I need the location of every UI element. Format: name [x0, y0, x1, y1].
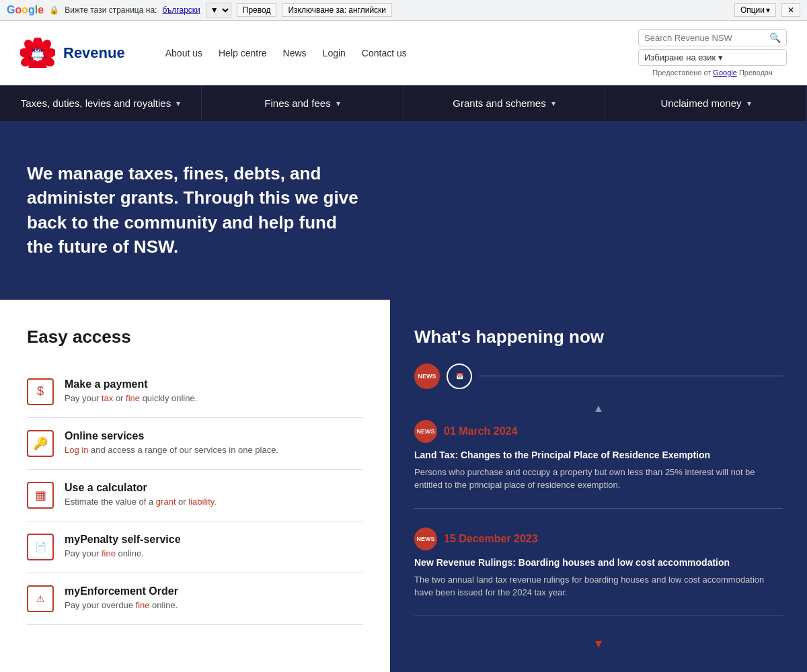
enforcement-desc: Pay your overdue fine online. — [65, 600, 178, 610]
news-date-1: NEWS 01 March 2024 — [414, 420, 783, 443]
hero-text: We manage taxes, fines, debts, and admin… — [27, 161, 363, 259]
search-input[interactable] — [644, 33, 765, 43]
news-tab-news[interactable]: NEWS — [414, 364, 440, 389]
nav-taxes-label: Taxes, duties, levies and royalties — [21, 97, 171, 109]
header-right: 🔍 Избиране на език ▾ Предоставено от Goo… — [638, 29, 787, 77]
news-date-text-1: 01 March 2024 — [444, 425, 517, 437]
access-item-payment[interactable]: $ Make a payment Pay your tax or fine qu… — [27, 366, 363, 418]
calculator-desc: Estimate the value of a grant or liabili… — [65, 497, 217, 507]
nav-unclaimed-label: Unclaimed money — [660, 97, 741, 109]
news-item-2: NEWS 15 December 2023 New Revenue Ruling… — [414, 528, 783, 616]
penalty-text: myPenalty self-service Pay your fine onl… — [65, 534, 181, 558]
svg-text:NSW: NSW — [32, 48, 44, 53]
tab-divider — [479, 376, 783, 376]
logo-area[interactable]: NSW GOVERNMENT Revenue — [20, 38, 125, 68]
nav-fines[interactable]: Fines and fees ▾ — [202, 85, 404, 121]
login-link[interactable]: Log in — [65, 445, 88, 455]
access-item-calculator[interactable]: ▦ Use a calculator Estimate the value of… — [27, 470, 363, 521]
tax-link[interactable]: tax — [102, 393, 113, 403]
payment-desc: Pay your tax or fine quickly online. — [65, 393, 197, 403]
nav-taxes[interactable]: Taxes, duties, levies and royalties ▾ — [0, 85, 202, 121]
header-nav: About us Help centre News Login Contact … — [165, 48, 407, 58]
easy-access-heading: Easy access — [27, 327, 363, 347]
news-item-1: NEWS 01 March 2024 Land Tax: Changes to … — [414, 420, 783, 509]
online-icon: 🔑 — [27, 430, 54, 457]
scroll-up-indicator[interactable]: ▲ — [414, 403, 783, 415]
main-content: Easy access $ Make a payment Pay your ta… — [0, 300, 807, 672]
access-item-online[interactable]: 🔑 Online services Log in and access a ra… — [27, 418, 363, 470]
news-date-2: NEWS 15 December 2023 — [414, 528, 783, 550]
scroll-down-indicator[interactable]: ▾ — [414, 635, 783, 651]
nav-help[interactable]: Help centre — [219, 48, 267, 58]
payment-title: Make a payment — [65, 378, 197, 390]
news-tab-calendar[interactable]: 📅 — [447, 364, 472, 389]
translate-bar: Google 🔒 Вижте тази страница на: българс… — [0, 0, 807, 21]
search-icon[interactable]: 🔍 — [769, 32, 781, 43]
access-item-enforcement[interactable]: ⚠ myEnforcement Order Pay your overdue f… — [27, 573, 363, 625]
calculator-text: Use a calculator Estimate the value of a… — [65, 482, 217, 507]
nav-grants[interactable]: Grants and schemes ▾ — [404, 85, 605, 121]
translate-credit: Предоставено от Google Преводач — [638, 69, 787, 77]
site-header: NSW GOVERNMENT Revenue About us Help cen… — [0, 21, 807, 85]
nav-news[interactable]: News — [283, 48, 307, 58]
language-selector[interactable]: Избиране на език ▾ — [638, 49, 787, 66]
nav-taxes-arrow: ▾ — [176, 99, 180, 108]
penalty-desc: Pay your fine online. — [65, 548, 181, 558]
payment-text: Make a payment Pay your tax or fine quic… — [65, 378, 197, 403]
nsw-flower-icon: NSW GOVERNMENT — [20, 38, 55, 68]
news-date-text-2: 15 December 2023 — [444, 533, 538, 545]
news-badge-1: NEWS — [414, 420, 437, 443]
fine-link-penalty[interactable]: fine — [102, 548, 116, 558]
see-page-label: Вижте тази страница на: — [65, 5, 157, 15]
nav-about[interactable]: About us — [165, 48, 202, 58]
penalty-icon: 📄 — [27, 534, 54, 560]
nsw-logo: NSW GOVERNMENT — [20, 38, 55, 68]
fine-link-payment[interactable]: fine — [126, 393, 140, 403]
lang-arrow: ▾ — [718, 52, 723, 62]
news-badge-2: NEWS — [414, 528, 437, 550]
svg-text:GOVERNMENT: GOVERNMENT — [28, 56, 48, 59]
options-button[interactable]: Опции ▾ — [734, 3, 776, 17]
news-title-2[interactable]: New Revenue Rulings: Boarding houses and… — [414, 557, 783, 568]
online-text: Online services Log in and access a rang… — [65, 430, 278, 455]
google-logo: Google — [7, 4, 44, 16]
liability-link[interactable]: liability — [188, 497, 214, 507]
revenue-title: Revenue — [63, 44, 125, 62]
fine-link-enforcement[interactable]: fine — [136, 600, 150, 610]
calculator-icon: ▦ — [27, 482, 54, 509]
translate-button[interactable]: Превод — [237, 3, 277, 17]
news-desc-1: Persons who purchase and occupy a proper… — [414, 466, 783, 492]
enforcement-title: myEnforcement Order — [65, 585, 178, 597]
enforcement-icon: ⚠ — [27, 585, 54, 612]
nav-unclaimed[interactable]: Unclaimed money ▾ — [605, 85, 807, 121]
main-nav: Taxes, duties, levies and royalties ▾ Fi… — [0, 85, 807, 121]
calculator-title: Use a calculator — [65, 482, 217, 494]
access-item-penalty[interactable]: 📄 myPenalty self-service Pay your fine o… — [27, 521, 363, 573]
grant-link[interactable]: grant — [156, 497, 176, 507]
online-desc: Log in and access a range of our service… — [65, 445, 278, 455]
news-desc-2: The two annual land tax revenue rulings … — [414, 573, 783, 599]
penalty-title: myPenalty self-service — [65, 534, 181, 546]
news-tabs: NEWS 📅 — [414, 364, 783, 389]
nav-contact[interactable]: Contact us — [362, 48, 407, 58]
nav-fines-arrow: ▾ — [336, 99, 340, 108]
enforcement-text: myEnforcement Order Pay your overdue fin… — [65, 585, 178, 610]
google-translate-link[interactable]: Google — [713, 69, 736, 77]
close-translate-button[interactable]: ✕ — [781, 3, 800, 17]
search-box[interactable]: 🔍 — [638, 29, 787, 46]
easy-access-section: Easy access $ Make a payment Pay your ta… — [0, 300, 390, 672]
nav-grants-arrow: ▾ — [551, 99, 555, 108]
lang-label: Избиране на език — [644, 52, 716, 62]
hero-section: We manage taxes, fines, debts, and admin… — [0, 121, 807, 300]
nav-fines-label: Fines and fees — [264, 97, 330, 109]
nav-login[interactable]: Login — [323, 48, 346, 58]
news-panel: What's happening now NEWS 📅 ▲ NEWS 01 Ma… — [390, 300, 807, 672]
news-title-1[interactable]: Land Tax: Changes to the Principal Place… — [414, 450, 783, 460]
language-dropdown[interactable]: ▼ — [206, 3, 231, 17]
nav-grants-label: Grants and schemes — [453, 97, 545, 109]
payment-icon: $ — [27, 378, 54, 405]
online-title: Online services — [65, 430, 278, 442]
nav-unclaimed-arrow: ▾ — [747, 99, 751, 108]
exclude-button[interactable]: Изключване за: английски — [282, 3, 392, 17]
language-link[interactable]: български — [162, 5, 200, 15]
